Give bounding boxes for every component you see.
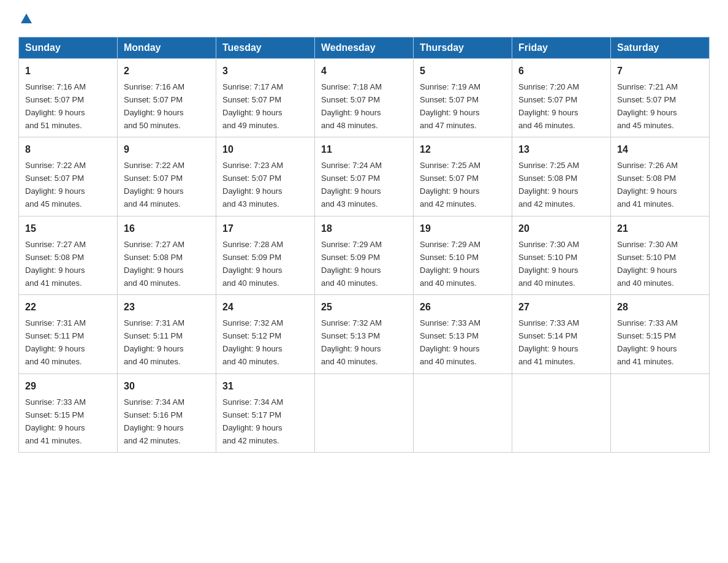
day-number: 9 bbox=[124, 142, 210, 158]
calendar-day-cell: 26Sunrise: 7:33 AMSunset: 5:13 PMDayligh… bbox=[414, 295, 512, 373]
calendar-day-cell: 27Sunrise: 7:33 AMSunset: 5:14 PMDayligh… bbox=[512, 295, 611, 373]
day-number: 1 bbox=[25, 64, 111, 79]
calendar-week-row: 1Sunrise: 7:16 AMSunset: 5:07 PMDaylight… bbox=[19, 59, 710, 137]
day-info: Sunrise: 7:27 AMSunset: 5:08 PMDaylight:… bbox=[124, 240, 184, 288]
calendar-day-cell: 30Sunrise: 7:34 AMSunset: 5:16 PMDayligh… bbox=[118, 373, 216, 452]
day-number: 25 bbox=[321, 300, 407, 315]
day-number: 4 bbox=[321, 64, 407, 79]
day-info: Sunrise: 7:31 AMSunset: 5:11 PMDaylight:… bbox=[124, 318, 184, 366]
day-number: 29 bbox=[25, 379, 111, 394]
calendar-day-cell: 11Sunrise: 7:24 AMSunset: 5:07 PMDayligh… bbox=[315, 137, 414, 216]
day-number: 27 bbox=[518, 300, 604, 315]
day-info: Sunrise: 7:30 AMSunset: 5:10 PMDaylight:… bbox=[518, 240, 579, 288]
calendar-day-cell: 29Sunrise: 7:33 AMSunset: 5:15 PMDayligh… bbox=[19, 373, 118, 452]
calendar-body: 1Sunrise: 7:16 AMSunset: 5:07 PMDaylight… bbox=[19, 59, 710, 453]
calendar-day-cell: 4Sunrise: 7:18 AMSunset: 5:07 PMDaylight… bbox=[315, 59, 414, 137]
day-number: 20 bbox=[518, 221, 604, 237]
calendar-day-cell: 3Sunrise: 7:17 AMSunset: 5:07 PMDaylight… bbox=[216, 59, 315, 137]
day-info: Sunrise: 7:34 AMSunset: 5:17 PMDaylight:… bbox=[222, 397, 283, 445]
calendar-week-row: 15Sunrise: 7:27 AMSunset: 5:08 PMDayligh… bbox=[19, 216, 710, 294]
day-info: Sunrise: 7:33 AMSunset: 5:14 PMDaylight:… bbox=[518, 318, 579, 366]
day-info: Sunrise: 7:29 AMSunset: 5:09 PMDaylight:… bbox=[321, 240, 382, 288]
day-info: Sunrise: 7:16 AMSunset: 5:07 PMDaylight:… bbox=[25, 82, 86, 130]
day-info: Sunrise: 7:22 AMSunset: 5:07 PMDaylight:… bbox=[25, 161, 86, 209]
calendar-day-cell: 31Sunrise: 7:34 AMSunset: 5:17 PMDayligh… bbox=[216, 373, 315, 452]
calendar-day-cell bbox=[512, 373, 611, 452]
day-info: Sunrise: 7:24 AMSunset: 5:07 PMDaylight:… bbox=[321, 161, 382, 209]
day-info: Sunrise: 7:29 AMSunset: 5:10 PMDaylight:… bbox=[420, 240, 480, 288]
day-of-week-header: Saturday bbox=[611, 37, 710, 59]
day-number: 6 bbox=[518, 64, 604, 79]
day-info: Sunrise: 7:34 AMSunset: 5:16 PMDaylight:… bbox=[124, 397, 184, 445]
day-of-week-header: Sunday bbox=[19, 37, 118, 59]
calendar-day-cell: 17Sunrise: 7:28 AMSunset: 5:09 PMDayligh… bbox=[216, 216, 315, 294]
day-info: Sunrise: 7:30 AMSunset: 5:10 PMDaylight:… bbox=[617, 240, 678, 288]
calendar-week-row: 22Sunrise: 7:31 AMSunset: 5:11 PMDayligh… bbox=[19, 295, 710, 373]
day-number: 13 bbox=[518, 142, 604, 158]
calendar-day-cell bbox=[414, 373, 512, 452]
day-number: 2 bbox=[124, 64, 210, 79]
calendar-day-cell: 20Sunrise: 7:30 AMSunset: 5:10 PMDayligh… bbox=[512, 216, 611, 294]
calendar-day-cell: 16Sunrise: 7:27 AMSunset: 5:08 PMDayligh… bbox=[118, 216, 216, 294]
day-of-week-header: Thursday bbox=[414, 37, 512, 59]
day-number: 15 bbox=[25, 221, 111, 237]
calendar-day-cell: 18Sunrise: 7:29 AMSunset: 5:09 PMDayligh… bbox=[315, 216, 414, 294]
day-number: 12 bbox=[420, 142, 506, 158]
day-number: 7 bbox=[617, 64, 703, 79]
day-info: Sunrise: 7:27 AMSunset: 5:08 PMDaylight:… bbox=[25, 240, 86, 288]
day-info: Sunrise: 7:32 AMSunset: 5:13 PMDaylight:… bbox=[321, 318, 382, 366]
day-info: Sunrise: 7:33 AMSunset: 5:15 PMDaylight:… bbox=[25, 397, 86, 445]
day-number: 10 bbox=[222, 142, 308, 158]
day-number: 16 bbox=[124, 221, 210, 237]
calendar-day-cell: 13Sunrise: 7:25 AMSunset: 5:08 PMDayligh… bbox=[512, 137, 611, 216]
day-info: Sunrise: 7:32 AMSunset: 5:12 PMDaylight:… bbox=[222, 318, 283, 366]
day-number: 8 bbox=[25, 142, 111, 158]
calendar-day-cell: 19Sunrise: 7:29 AMSunset: 5:10 PMDayligh… bbox=[414, 216, 512, 294]
day-info: Sunrise: 7:28 AMSunset: 5:09 PMDaylight:… bbox=[222, 240, 283, 288]
calendar-day-cell: 7Sunrise: 7:21 AMSunset: 5:07 PMDaylight… bbox=[611, 59, 710, 137]
day-info: Sunrise: 7:22 AMSunset: 5:07 PMDaylight:… bbox=[124, 161, 184, 209]
day-number: 17 bbox=[222, 221, 308, 237]
svg-marker-0 bbox=[21, 13, 32, 23]
calendar-day-cell: 9Sunrise: 7:22 AMSunset: 5:07 PMDaylight… bbox=[118, 137, 216, 216]
day-number: 14 bbox=[617, 142, 703, 158]
calendar-day-cell: 1Sunrise: 7:16 AMSunset: 5:07 PMDaylight… bbox=[19, 59, 118, 137]
calendar-day-cell: 5Sunrise: 7:19 AMSunset: 5:07 PMDaylight… bbox=[414, 59, 512, 137]
day-number: 26 bbox=[420, 300, 506, 315]
day-number: 21 bbox=[617, 221, 703, 237]
calendar-week-row: 29Sunrise: 7:33 AMSunset: 5:15 PMDayligh… bbox=[19, 373, 710, 452]
day-info: Sunrise: 7:25 AMSunset: 5:07 PMDaylight:… bbox=[420, 161, 480, 209]
calendar-day-cell: 15Sunrise: 7:27 AMSunset: 5:08 PMDayligh… bbox=[19, 216, 118, 294]
day-number: 31 bbox=[222, 379, 308, 394]
day-number: 22 bbox=[25, 300, 111, 315]
day-of-week-header: Wednesday bbox=[315, 37, 414, 59]
calendar-day-cell: 22Sunrise: 7:31 AMSunset: 5:11 PMDayligh… bbox=[19, 295, 118, 373]
calendar-day-cell: 10Sunrise: 7:23 AMSunset: 5:07 PMDayligh… bbox=[216, 137, 315, 216]
page-header bbox=[18, 12, 710, 26]
day-number: 5 bbox=[420, 64, 506, 79]
calendar-day-cell: 25Sunrise: 7:32 AMSunset: 5:13 PMDayligh… bbox=[315, 295, 414, 373]
day-info: Sunrise: 7:19 AMSunset: 5:07 PMDaylight:… bbox=[420, 82, 480, 130]
day-info: Sunrise: 7:23 AMSunset: 5:07 PMDaylight:… bbox=[222, 161, 283, 209]
day-info: Sunrise: 7:33 AMSunset: 5:13 PMDaylight:… bbox=[420, 318, 480, 366]
day-info: Sunrise: 7:25 AMSunset: 5:08 PMDaylight:… bbox=[518, 161, 579, 209]
day-number: 11 bbox=[321, 142, 407, 158]
calendar-day-cell bbox=[315, 373, 414, 452]
day-number: 23 bbox=[124, 300, 210, 315]
calendar-day-cell: 12Sunrise: 7:25 AMSunset: 5:07 PMDayligh… bbox=[414, 137, 512, 216]
day-of-week-header: Monday bbox=[118, 37, 216, 59]
calendar-day-cell: 6Sunrise: 7:20 AMSunset: 5:07 PMDaylight… bbox=[512, 59, 611, 137]
calendar-day-cell: 2Sunrise: 7:16 AMSunset: 5:07 PMDaylight… bbox=[118, 59, 216, 137]
day-info: Sunrise: 7:16 AMSunset: 5:07 PMDaylight:… bbox=[124, 82, 184, 130]
logo-arrow-icon bbox=[20, 12, 33, 26]
day-number: 28 bbox=[617, 300, 703, 315]
day-info: Sunrise: 7:21 AMSunset: 5:07 PMDaylight:… bbox=[617, 82, 678, 130]
day-info: Sunrise: 7:26 AMSunset: 5:08 PMDaylight:… bbox=[617, 161, 678, 209]
calendar-day-cell: 28Sunrise: 7:33 AMSunset: 5:15 PMDayligh… bbox=[611, 295, 710, 373]
calendar-day-cell: 8Sunrise: 7:22 AMSunset: 5:07 PMDaylight… bbox=[19, 137, 118, 216]
logo bbox=[18, 12, 34, 26]
day-info: Sunrise: 7:18 AMSunset: 5:07 PMDaylight:… bbox=[321, 82, 382, 130]
calendar-week-row: 8Sunrise: 7:22 AMSunset: 5:07 PMDaylight… bbox=[19, 137, 710, 216]
day-number: 24 bbox=[222, 300, 308, 315]
day-number: 3 bbox=[222, 64, 308, 79]
